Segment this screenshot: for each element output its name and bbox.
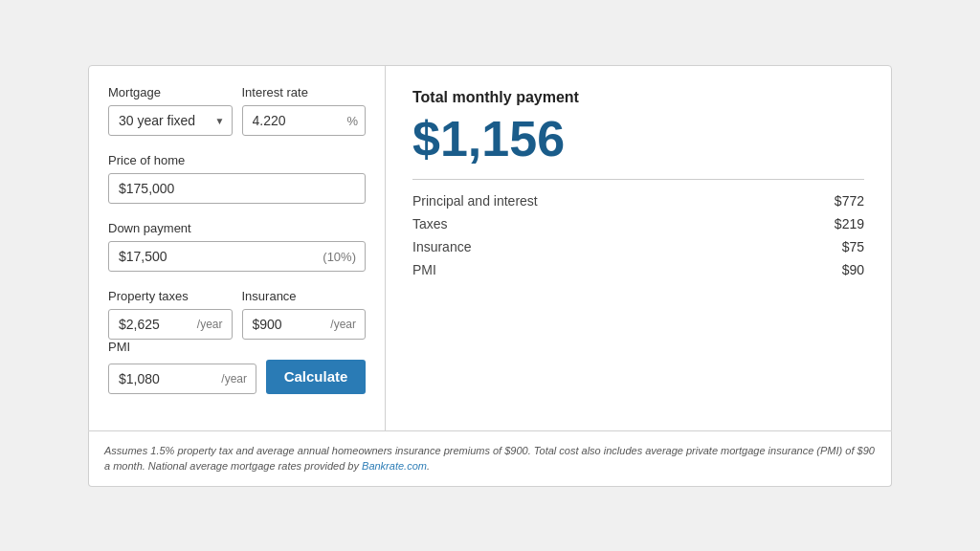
left-panel: Mortgage 30 year fixed 15 year fixed 5/1… bbox=[89, 66, 386, 430]
mortgage-select-wrapper: 30 year fixed 15 year fixed 5/1 ARM FHA … bbox=[108, 105, 233, 136]
mortgage-group: Mortgage 30 year fixed 15 year fixed 5/1… bbox=[108, 85, 233, 136]
mortgage-select[interactable]: 30 year fixed 15 year fixed 5/1 ARM FHA … bbox=[108, 105, 233, 136]
interest-group: Interest rate % bbox=[242, 85, 367, 136]
taxes-label: Property taxes bbox=[108, 289, 233, 303]
taxes-group: Property taxes /year bbox=[108, 289, 233, 340]
insurance-label: Insurance bbox=[242, 289, 367, 303]
breakdown-value-pmi: $90 bbox=[842, 262, 864, 277]
bankrate-link[interactable]: Bankrate.com bbox=[362, 460, 427, 472]
footer-note: Assumes 1.5% property tax and average an… bbox=[88, 431, 892, 487]
pmi-calculate-row: /year Calculate bbox=[108, 360, 366, 394]
insurance-wrapper: /year bbox=[242, 309, 367, 340]
taxes-year: /year bbox=[197, 318, 223, 331]
pmi-label: PMI bbox=[108, 340, 366, 354]
mortgage-label: Mortgage bbox=[108, 85, 233, 99]
pmi-input-group: /year bbox=[108, 364, 256, 394]
breakdown-value-insurance: $75 bbox=[842, 239, 864, 254]
insurance-group: Insurance /year bbox=[242, 289, 367, 340]
taxes-wrapper: /year bbox=[108, 309, 233, 340]
down-label: Down payment bbox=[108, 221, 366, 235]
breakdown-row-principal: Principal and interest $772 bbox=[412, 193, 864, 209]
mortgage-interest-row: Mortgage 30 year fixed 15 year fixed 5/1… bbox=[108, 85, 366, 136]
pmi-year: /year bbox=[221, 372, 247, 386]
price-input[interactable] bbox=[108, 173, 366, 204]
total-amount: $1,156 bbox=[412, 114, 864, 164]
footer-text-end: . bbox=[427, 460, 430, 472]
insurance-year: /year bbox=[330, 318, 356, 331]
breakdown-label-principal: Principal and interest bbox=[412, 193, 538, 209]
main-card: Mortgage 30 year fixed 15 year fixed 5/1… bbox=[88, 65, 892, 431]
breakdown-label-taxes: Taxes bbox=[412, 216, 448, 231]
breakdown-label-insurance: Insurance bbox=[412, 239, 471, 254]
footer-text: Assumes 1.5% property tax and average an… bbox=[104, 445, 875, 473]
divider bbox=[412, 179, 864, 180]
right-panel: Total monthly payment $1,156 Principal a… bbox=[386, 66, 891, 430]
interest-label: Interest rate bbox=[242, 85, 367, 99]
total-label: Total monthly payment bbox=[412, 89, 864, 106]
breakdown-value-taxes: $219 bbox=[835, 216, 864, 231]
breakdown-value-principal: $772 bbox=[835, 193, 864, 209]
price-group: Price of home bbox=[108, 153, 366, 204]
breakdown-row-insurance: Insurance $75 bbox=[412, 239, 864, 254]
percent-sign: % bbox=[346, 113, 358, 127]
taxes-insurance-row: Property taxes /year Insurance /year bbox=[108, 289, 366, 340]
mortgage-calculator: Mortgage 30 year fixed 15 year fixed 5/1… bbox=[88, 65, 892, 487]
down-payment-group: Down payment (10%) bbox=[108, 221, 366, 272]
pmi-group: PMI /year Calculate bbox=[108, 340, 366, 394]
breakdown-row-pmi: PMI $90 bbox=[412, 262, 864, 277]
breakdown-table: Principal and interest $772 Taxes $219 I… bbox=[412, 193, 864, 277]
breakdown-label-pmi: PMI bbox=[412, 262, 436, 277]
interest-input-wrapper: % bbox=[242, 105, 367, 136]
pmi-wrapper: /year bbox=[108, 364, 256, 394]
down-pct-label: (10%) bbox=[323, 249, 356, 263]
calculate-button[interactable]: Calculate bbox=[266, 360, 366, 394]
price-label: Price of home bbox=[108, 153, 366, 167]
down-payment-wrapper: (10%) bbox=[108, 241, 366, 272]
breakdown-row-taxes: Taxes $219 bbox=[412, 216, 864, 231]
